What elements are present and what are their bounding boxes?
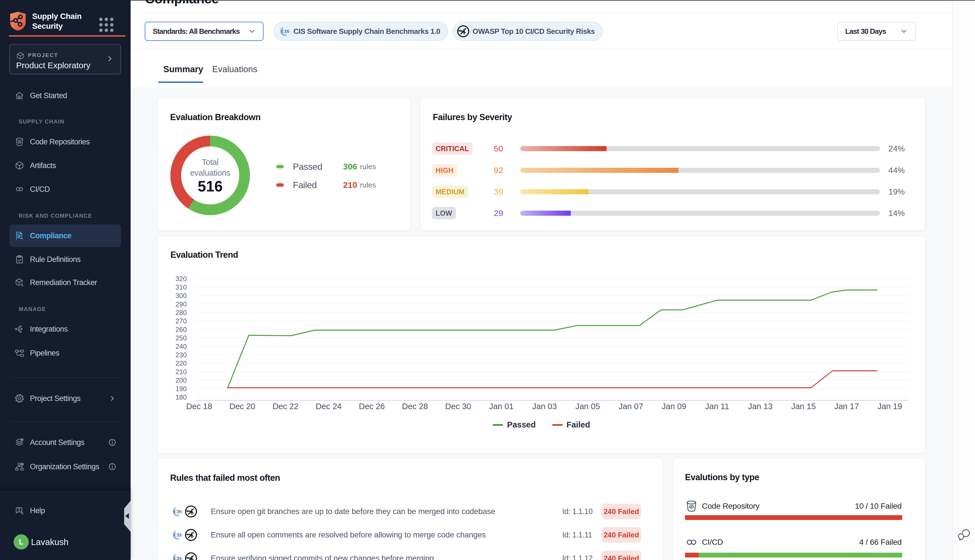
sidebar-item-cicd[interactable]: CI/CD [9,178,121,200]
failed-swatch [276,183,284,187]
chevron-down-icon [900,27,908,35]
rule-row[interactable]: Ensure verifying signed commits of new c… [158,550,663,560]
infinity-icon [15,184,24,194]
failed-line-swatch [552,424,563,426]
benchmark-pill-owasp[interactable]: OWASP Top 10 CI/CD Security Risks [453,22,603,41]
failed-count-badge: 240 Failed [601,503,641,519]
y-tick-label: 270 [175,317,187,325]
compliance-document-icon [15,231,24,240]
sidebar-item-label: Help [30,507,45,515]
owasp-logo-icon [185,528,197,542]
severity-row-low: LOW 29 14% [420,207,925,220]
collapse-arrow-icon [125,513,129,519]
severity-badge: LOW [432,207,456,219]
evaluations-by-type-card: Evalutions by type Code Repository 10 / … [673,458,925,560]
y-tick-label: 320 [175,275,187,283]
x-tick-label: Jan 17 [834,402,859,411]
sidebar-item-help[interactable]: Help [9,499,121,522]
severity-row-critical: CRITICAL 50 24% [420,142,925,155]
severity-percent: 14% [888,207,905,220]
support-chat-icon[interactable] [958,528,970,542]
owasp-logo-icon [185,505,197,518]
passed-line-swatch [493,424,503,426]
sidebar-item-label: Organization Settings [30,462,99,471]
legend-label: Failed [566,420,590,430]
rule-id: Id: 1.1.11 [562,527,592,543]
standards-filter-value: Standards: All Benchmarks [153,27,240,36]
type-label: CI/CD [702,538,723,547]
rule-row[interactable]: Ensure all open comments are resolved be… [158,527,663,543]
sidebar-item-label: Account Settings [30,438,84,447]
card-title: Evalutions by type [685,472,759,482]
x-tick-label: Jan 05 [575,402,600,411]
sidebar-item-account-settings[interactable]: Account Settings [9,431,121,454]
active-tab-underline [158,82,203,83]
evaluation-trend-card: Evaluation Trend 32031030029028027026025… [157,236,925,453]
sidebar-item-remediation-tracker[interactable]: Remediation Tracker [9,271,121,294]
app-title: Supply Chain Security [32,11,97,31]
sidebar-item-get-started[interactable]: Get Started [9,84,121,107]
avatar[interactable]: L [13,534,29,550]
rule-row[interactable]: Ensure open git branches are up to date … [158,503,663,520]
x-tick-label: Jan 15 [791,402,816,411]
sidebar-item-artifacts[interactable]: Artifacts [9,154,121,177]
sidebar-item-label: Get Started [30,92,67,100]
legend-label: Passed [293,162,343,172]
legend-value: 306 [343,162,357,172]
project-name: Product Exploratory [16,61,90,70]
type-bar-code-repository [685,515,902,520]
legend-value: 210 [343,180,357,190]
x-tick-label: Dec 28 [402,402,428,411]
y-tick-label: 250 [175,334,187,342]
x-tick-label: Jan 07 [618,402,643,411]
severity-badge: CRITICAL [432,142,472,155]
info-icon[interactable] [108,438,117,447]
sidebar-section-manage: MANAGE [18,306,46,312]
x-tick-label: Dec 20 [229,402,255,411]
info-icon[interactable] [108,462,117,471]
project-selector[interactable]: PROJECT Product Exploratory [9,44,121,75]
standards-filter-select[interactable]: Standards: All Benchmarks [145,22,264,41]
y-tick-label: 310 [175,283,187,291]
help-chat-icon [15,506,24,515]
sidebar-item-project-settings[interactable]: Project Settings [9,387,121,410]
integrations-icon [15,324,24,334]
date-range-select[interactable]: Last 30 Days [837,22,916,41]
code-repository-icon [15,137,24,147]
window-top-edge [0,0,975,0]
brand-accent-line [9,35,125,37]
y-tick-label: 230 [175,351,187,359]
sidebar-item-code-repositories[interactable]: Code Repositories [9,130,121,153]
severity-value: 92 [489,164,508,177]
sidebar-item-compliance[interactable]: Compliance [9,225,121,247]
home-icon [15,91,24,100]
apps-grid-icon[interactable] [98,16,115,33]
sidebar-item-pipelines[interactable]: Pipelines [9,342,121,364]
sidebar-item-integrations[interactable]: Integrations [9,318,121,340]
x-tick-label: Jan 09 [661,402,686,411]
tab-evaluations[interactable]: Evaluations [212,64,257,75]
card-title: Failures by Severity [433,112,512,122]
pipelines-icon [15,348,24,358]
severity-value: 39 [489,185,508,198]
project-label: PROJECT [28,52,58,58]
sidebar-item-rule-definitions[interactable]: Rule Definitions [9,248,121,271]
x-tick-label: Dec 30 [445,402,471,411]
type-status: 10 / 10 Failed [855,500,902,513]
card-title: Rules that failed most often [170,473,280,483]
severity-bar-track [520,146,880,151]
type-bar-cicd [685,553,902,557]
x-tick-label: Jan 11 [705,402,729,411]
benchmark-pill-cis[interactable]: CIS Software Supply Chain Benchmarks 1.0 [274,22,448,41]
date-range-value: Last 30 Days [845,27,886,36]
sidebar-item-organization-settings[interactable]: Organization Settings [9,455,121,478]
severity-badge: MEDIUM [432,185,468,198]
legend-row-passed: Passed 306 rules [276,161,376,172]
cis-logo-icon [170,552,183,560]
y-tick-label: 240 [175,343,187,350]
failed-bar-segment [685,553,698,557]
tab-summary[interactable]: Summary [164,64,203,75]
y-tick-label: 290 [175,300,187,308]
y-tick-label: 180 [175,393,187,401]
legend-label: Passed [507,420,536,430]
